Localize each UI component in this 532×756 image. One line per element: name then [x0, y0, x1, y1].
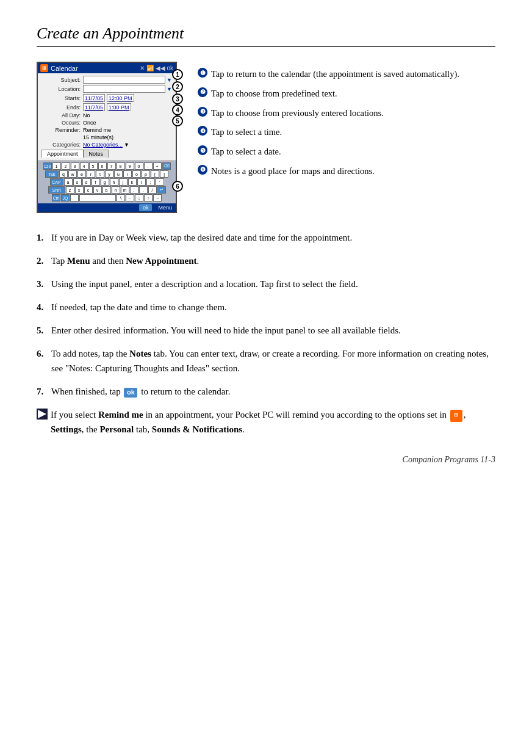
- annotation-text-3: Tap to choose from previously entered lo…: [211, 107, 495, 120]
- key-i[interactable]: i: [123, 170, 132, 178]
- categories-value[interactable]: No Categories...: [83, 142, 123, 148]
- key-backspace[interactable]: ⌫: [162, 162, 171, 170]
- key-j[interactable]: j: [119, 178, 128, 186]
- key-left[interactable]: ←: [126, 194, 134, 202]
- key-v[interactable]: v: [93, 186, 102, 194]
- key-5[interactable]: 5: [89, 162, 98, 170]
- key-0[interactable]: 0: [135, 162, 143, 170]
- flag-icon: [37, 409, 48, 420]
- content-area: ⊞ Calendar ✕ 📶 ◀◀ ok Subject: ▼ Lo: [37, 62, 495, 213]
- key-a[interactable]: a: [64, 178, 73, 186]
- key-o[interactable]: o: [132, 170, 141, 178]
- location-label: Location:: [41, 86, 83, 92]
- key-quote[interactable]: ': [156, 178, 164, 186]
- key-period[interactable]: .: [139, 186, 148, 194]
- key-shift[interactable]: Shift: [48, 186, 65, 194]
- annotation-number-3: ❸: [198, 107, 207, 117]
- menu-label[interactable]: Menu: [158, 205, 172, 211]
- key-grave[interactable]: `: [70, 194, 79, 202]
- key-down[interactable]: ↓: [135, 194, 143, 202]
- notes-tab[interactable]: Notes: [84, 150, 109, 158]
- step-text-7: When finished, tap ok to return to the c…: [51, 384, 495, 399]
- key-backslash[interactable]: \: [117, 194, 125, 202]
- menu-ok-btn[interactable]: ok: [139, 204, 153, 211]
- key-8[interactable]: 8: [117, 162, 125, 170]
- step-number-4: 4.: [37, 300, 51, 314]
- key-6[interactable]: 6: [98, 162, 107, 170]
- key-w[interactable]: w: [68, 170, 77, 178]
- svg-marker-0: [38, 410, 46, 418]
- key-p[interactable]: p: [142, 170, 150, 178]
- starts-date[interactable]: 11/7/05: [83, 94, 105, 102]
- key-d[interactable]: d: [82, 178, 91, 186]
- key-space[interactable]: [79, 194, 116, 202]
- key-slash[interactable]: /: [148, 186, 157, 194]
- annotation-number-6: ❻: [198, 165, 207, 175]
- ends-time[interactable]: 1:00 PM: [107, 103, 131, 111]
- key-l[interactable]: l: [137, 178, 146, 186]
- ends-date[interactable]: 11/7/05: [83, 103, 105, 111]
- key-2[interactable]: 2: [62, 162, 70, 170]
- key-tab[interactable]: Tab: [45, 170, 59, 178]
- key-g[interactable]: g: [101, 178, 109, 186]
- step-7: 7. When finished, tap ok to return to th…: [37, 384, 495, 399]
- key-m[interactable]: m: [121, 186, 129, 194]
- key-enter[interactable]: ↵: [157, 186, 166, 194]
- key-jq[interactable]: JQ: [61, 194, 70, 202]
- key-u[interactable]: u: [114, 170, 123, 178]
- callout-bubble-6: 6: [172, 181, 183, 192]
- key-h[interactable]: h: [110, 178, 118, 186]
- step-text-6: To add notes, tap the Notes tab. You can…: [51, 346, 495, 376]
- key-1[interactable]: 1: [52, 162, 61, 170]
- key-t[interactable]: t: [96, 170, 104, 178]
- keyboard-row-zxcv: Shift z x c v b n m , . / ↵: [39, 186, 174, 194]
- key-r[interactable]: r: [87, 170, 95, 178]
- location-arrow[interactable]: ▼: [167, 86, 172, 92]
- key-semicolon[interactable]: ;: [146, 178, 155, 186]
- annotation-4: ❹ Tap to select a time.: [198, 126, 495, 139]
- step-text-2: Tap Menu and then New Appointment.: [51, 253, 495, 268]
- location-field[interactable]: [83, 85, 165, 93]
- subject-arrow[interactable]: ▼: [167, 77, 172, 83]
- annotation-3: ❸ Tap to choose from previously entered …: [198, 107, 495, 120]
- steps-section: 1. If you are in Day or Week view, tap t…: [37, 230, 495, 437]
- key-z[interactable]: z: [66, 186, 74, 194]
- key-comma[interactable]: ,: [130, 186, 138, 194]
- note-item: If you select Remind me in an appointmen…: [37, 407, 495, 437]
- key-plus[interactable]: +: [153, 162, 162, 170]
- categories-arrow[interactable]: ▼: [124, 142, 129, 148]
- reminder-row: Reminder: Remind me: [41, 127, 172, 133]
- subject-field[interactable]: [83, 76, 165, 84]
- step-4: 4. If needed, tap the date and time to c…: [37, 300, 495, 314]
- key-9[interactable]: 9: [126, 162, 134, 170]
- key-f[interactable]: f: [92, 178, 100, 186]
- key-cap[interactable]: CAP: [50, 178, 63, 186]
- key-rbracket[interactable]: ]: [160, 170, 168, 178]
- key-3[interactable]: 3: [71, 162, 79, 170]
- key-up[interactable]: ↑: [144, 194, 153, 202]
- appointment-tab[interactable]: Appointment: [41, 150, 84, 158]
- key-q[interactable]: q: [59, 170, 68, 178]
- key-c[interactable]: c: [84, 186, 93, 194]
- key-k[interactable]: k: [128, 178, 137, 186]
- key-lbracket[interactable]: [: [151, 170, 159, 178]
- key-e[interactable]: e: [77, 170, 86, 178]
- key-123[interactable]: 123: [43, 162, 52, 170]
- key-ctrl[interactable]: Ctrl: [52, 194, 60, 202]
- titlebar-logo: ⊞ Calendar: [40, 64, 78, 72]
- annotation-text-6: Notes is a good place for maps and direc…: [211, 165, 495, 178]
- key-right[interactable]: →: [153, 194, 162, 202]
- key-4[interactable]: 4: [80, 162, 88, 170]
- key-b[interactable]: b: [102, 186, 111, 194]
- key-n[interactable]: n: [112, 186, 120, 194]
- titlebar-text: Calendar: [51, 65, 78, 72]
- key-dash[interactable]: -: [144, 162, 153, 170]
- key-y[interactable]: y: [105, 170, 113, 178]
- key-7[interactable]: 7: [107, 162, 116, 170]
- keyboard-area: 123 1 2 3 4 5 6 7 8 9 0 - + ⌫: [38, 161, 176, 203]
- starts-time[interactable]: 12:00 PM: [107, 94, 134, 102]
- key-x[interactable]: x: [75, 186, 84, 194]
- annotation-number-1: ❶: [198, 68, 207, 78]
- key-s[interactable]: s: [73, 178, 82, 186]
- device-screenshot: ⊞ Calendar ✕ 📶 ◀◀ ok Subject: ▼ Lo: [37, 62, 177, 213]
